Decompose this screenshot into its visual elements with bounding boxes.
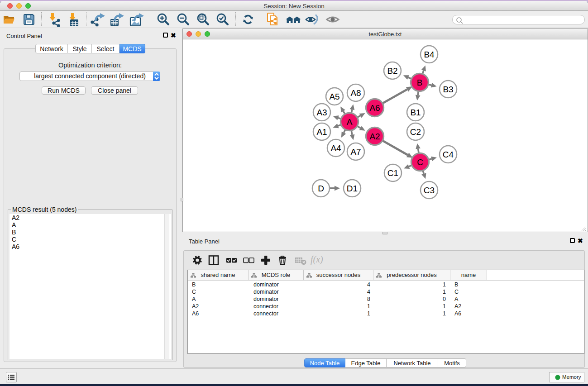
svg-text:B1: B1	[410, 108, 421, 117]
svg-text:A7: A7	[350, 147, 361, 157]
svg-text:A2: A2	[369, 132, 380, 141]
svg-text:B3: B3	[443, 85, 453, 94]
svg-text:B2: B2	[387, 66, 397, 76]
svg-text:C: C	[417, 157, 423, 167]
svg-text:C4: C4	[443, 150, 454, 159]
svg-text:A6: A6	[369, 103, 380, 113]
svg-text:C2: C2	[410, 127, 421, 137]
svg-text:A5: A5	[329, 92, 339, 101]
svg-text:A8: A8	[350, 88, 361, 98]
svg-text:A: A	[347, 117, 353, 127]
svg-text:C1: C1	[387, 168, 398, 178]
svg-text:A1: A1	[316, 127, 327, 137]
svg-text:A3: A3	[316, 108, 327, 117]
svg-text:B: B	[417, 78, 423, 87]
svg-text:A4: A4	[330, 143, 341, 153]
svg-text:C3: C3	[424, 186, 435, 195]
svg-text:D: D	[318, 184, 324, 193]
svg-text:D1: D1	[347, 184, 358, 193]
svg-text:B4: B4	[424, 50, 435, 59]
